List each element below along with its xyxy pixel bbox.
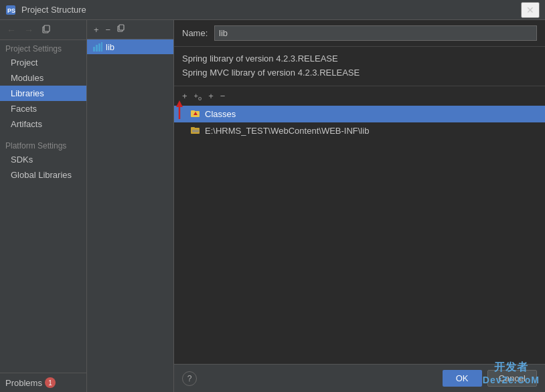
main-layout: ← → Project Settings Project Modules Lib… (0, 20, 545, 392)
svg-rect-18 (192, 131, 199, 132)
sidebar-item-artifacts[interactable]: Artifacts (0, 116, 86, 132)
svg-rect-9 (101, 42, 102, 52)
remove-library-button[interactable]: − (103, 23, 114, 36)
forward-button[interactable]: → (21, 23, 36, 37)
ok-button[interactable]: OK (443, 370, 482, 387)
name-row: Name: (174, 20, 545, 47)
description-line-2: Spring MVC library of version 4.2.3.RELE… (182, 66, 537, 80)
classpath-entry-classes-label: Classes (205, 109, 236, 119)
copy-button[interactable] (39, 23, 54, 37)
project-settings-label: Project Settings (0, 40, 86, 55)
classpath-entry-lib[interactable]: E:\HRMS_TEST\WebContent\WEB-INF\lib (174, 122, 545, 139)
name-label: Name: (182, 28, 209, 38)
library-icon (92, 41, 103, 52)
jar-dir-folder-icon (190, 124, 201, 135)
copy-library-button[interactable] (114, 23, 129, 36)
right-panel: Name: Spring library of version 4.2.3.RE… (174, 20, 545, 392)
sidebar-item-sdks[interactable]: SDKs (0, 152, 86, 167)
sidebar-item-project[interactable]: Project (0, 55, 86, 70)
back-button[interactable]: ← (4, 23, 19, 37)
app-icon: PS (5, 5, 16, 15)
classpath-list: Classes E:\HRMS_TEST\WebContent\WEB-INF\… (174, 106, 545, 139)
sidebar: ← → Project Settings Project Modules Lib… (0, 20, 87, 392)
svg-rect-8 (98, 43, 100, 52)
svg-rect-13 (191, 110, 195, 112)
problems-label: Problems (5, 378, 42, 388)
classpath-toolbar: + +o + − (174, 86, 545, 106)
classes-folder-icon (190, 108, 201, 118)
sidebar-item-modules[interactable]: Modules (0, 70, 86, 86)
name-input[interactable] (214, 25, 537, 41)
action-buttons: OK Cancel (443, 370, 537, 387)
window-title: Project Structure (21, 5, 86, 15)
classpath-entry-lib-label: E:\HRMS_TEST\WebContent\WEB-INF\lib (205, 126, 369, 136)
library-item-label: lib (106, 42, 114, 52)
problems-badge: 1 (45, 377, 56, 388)
sidebar-item-libraries[interactable]: Libraries (0, 86, 86, 101)
description-line-1: Spring library of version 4.2.3.RELEASE (182, 52, 537, 66)
add-library-button[interactable]: + (91, 23, 102, 36)
jar-dir-icon (190, 124, 201, 137)
title-bar: PS Project Structure ✕ (0, 0, 545, 20)
sidebar-item-global-libraries[interactable]: Global Libraries (0, 167, 86, 183)
classpath-list-container: Classes E:\HRMS_TEST\WebContent\WEB-INF\… (174, 106, 545, 139)
remove-classpath-button[interactable]: − (218, 90, 228, 102)
add-classpath-button[interactable]: + (179, 90, 190, 102)
library-item-lib[interactable]: lib (87, 39, 173, 54)
platform-settings-label: Platform Settings (0, 137, 86, 152)
svg-rect-5 (119, 25, 124, 30)
bottom-bar: ? OK Cancel (174, 364, 545, 392)
close-button[interactable]: ✕ (521, 2, 540, 18)
classes-icon (190, 108, 201, 120)
add-class-button[interactable]: +o (191, 89, 205, 103)
title-bar-left: PS Project Structure (5, 5, 86, 15)
library-list-toolbar: + − (87, 20, 173, 39)
classpath-entry-classes[interactable]: Classes (174, 106, 545, 122)
svg-rect-3 (44, 25, 50, 31)
add-jar-button[interactable]: + (206, 90, 216, 102)
library-list-pane: + − lib (87, 20, 174, 392)
cancel-button[interactable]: Cancel (487, 370, 537, 387)
help-button[interactable]: ? (182, 371, 197, 386)
svg-text:PS: PS (7, 7, 15, 14)
svg-rect-6 (93, 47, 95, 52)
sidebar-item-facets[interactable]: Facets (0, 101, 86, 116)
svg-rect-7 (96, 45, 98, 52)
svg-rect-17 (192, 130, 199, 131)
svg-rect-16 (191, 127, 195, 129)
nav-buttons: ← → (0, 20, 86, 40)
library-list: lib (87, 39, 173, 392)
problems-sidebar-item[interactable]: Problems 1 (0, 373, 86, 392)
bottom-left: ? (182, 371, 197, 386)
description-area: Spring library of version 4.2.3.RELEASE … (174, 47, 545, 86)
